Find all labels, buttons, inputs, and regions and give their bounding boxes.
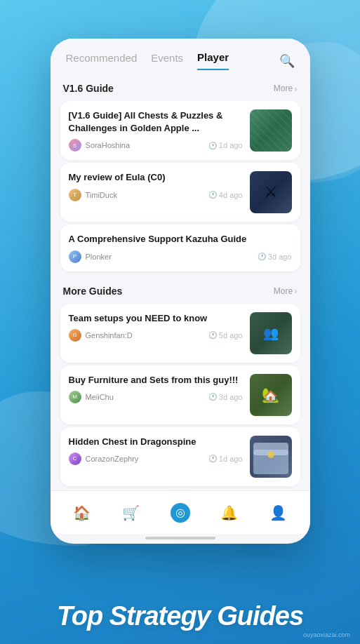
nav-item-feed[interactable]: ◎	[164, 500, 197, 525]
home-icon: 🏠	[72, 503, 92, 523]
nav-item-profile[interactable]: 👤	[262, 500, 295, 525]
store-icon: 🛒	[121, 503, 141, 523]
time-6: 1d ago	[219, 455, 243, 463]
article-info-5: Buy Furniture and Sets from this guy!!! …	[69, 374, 243, 403]
time-group-6: 🕐 1d ago	[208, 455, 243, 463]
more-label-more: More	[274, 286, 293, 296]
article-title-5: Buy Furniture and Sets from this guy!!!	[69, 374, 243, 387]
time-group-4: 🕐 5d ago	[208, 331, 243, 340]
article-title-4: Team setups you NEED to know	[69, 312, 243, 325]
bottom-nav: 🏠 🛒 ◎ 🔔 👤	[51, 490, 310, 534]
article-info-3: A Comprehensive Support Kazuha Guide P P…	[69, 233, 292, 262]
nav-item-home[interactable]: 🏠	[65, 500, 99, 525]
more-label-v16: More	[274, 83, 293, 93]
bottom-tagline: Top Strategy Guides	[0, 601, 360, 631]
author-1: SoraHoshina	[86, 141, 131, 149]
chevron-icon-v16: ›	[294, 83, 297, 94]
article-thumb-1	[250, 109, 292, 152]
avatar-1: S	[69, 139, 81, 152]
article-title-6: Hidden Chest in Dragonspine	[69, 436, 243, 448]
tab-events[interactable]: Events	[151, 52, 183, 69]
article-card-6[interactable]: Hidden Chest in Dragonspine C CorazonZep…	[60, 427, 300, 486]
clock-icon-2: 🕐	[208, 191, 217, 199]
avatar-6: C	[69, 452, 81, 465]
article-meta-5: M MeiiChu 🕐 3d ago	[69, 391, 243, 403]
clock-icon-3: 🕐	[258, 253, 266, 260]
tab-player[interactable]: Player	[197, 51, 229, 70]
section-more-v16[interactable]: More ›	[274, 83, 298, 94]
search-icon[interactable]: 🔍	[279, 53, 295, 69]
article-card-3[interactable]: A Comprehensive Support Kazuha Guide P P…	[60, 224, 300, 271]
clock-icon-1: 🕐	[208, 142, 217, 149]
article-thumb-4	[250, 312, 292, 354]
article-title-1: [V1.6 Guide] All Chests & Puzzles & Chal…	[69, 109, 243, 135]
author-3: Plonker	[86, 253, 112, 261]
article-info-6: Hidden Chest in Dragonspine C CorazonZep…	[69, 436, 243, 465]
profile-icon: 👤	[269, 503, 288, 523]
article-meta-1: S SoraHoshina 🕐 1d ago	[69, 139, 243, 152]
article-info-4: Team setups you NEED to know G Genshinfa…	[69, 312, 243, 342]
time-group-5: 🕐 3d ago	[208, 393, 243, 401]
article-card-5[interactable]: Buy Furniture and Sets from this guy!!! …	[60, 365, 300, 424]
article-info-1: [V1.6 Guide] All Chests & Puzzles & Chal…	[69, 109, 243, 152]
time-group-3: 🕐 3d ago	[258, 253, 292, 261]
nav-tabs: Recommended Events Player 🔍	[51, 39, 310, 70]
article-info-2: My review of Eula (C0) T TimiDuck 🕐 4d a…	[69, 171, 243, 201]
avatar-4: G	[69, 329, 81, 342]
article-meta-3: P Plonker 🕐 3d ago	[69, 250, 292, 263]
article-meta-6: C CorazonZephry 🕐 1d ago	[69, 452, 243, 465]
bottom-indicator	[145, 537, 215, 539]
content-area: V1.6 Guide More › [V1.6 Guide] All Chest…	[51, 70, 310, 490]
avatar-2: T	[69, 189, 81, 201]
author-5: MeiiChu	[86, 393, 114, 401]
clock-icon-6: 🕐	[208, 455, 217, 462]
article-title-3: A Comprehensive Support Kazuha Guide	[69, 233, 292, 246]
author-6: CorazonZephry	[86, 455, 139, 463]
time-5: 3d ago	[219, 393, 243, 401]
section-header-more: More Guides More ›	[51, 280, 310, 301]
article-title-2: My review of Eula (C0)	[69, 171, 243, 184]
nav-item-store[interactable]: 🛒	[114, 500, 148, 525]
avatar-5: M	[69, 391, 81, 403]
article-meta-2: T TimiDuck 🕐 4d ago	[69, 189, 243, 201]
time-group-2: 🕐 4d ago	[208, 191, 243, 199]
article-card-1[interactable]: [V1.6 Guide] All Chests & Puzzles & Chal…	[60, 101, 300, 160]
tab-recommended[interactable]: Recommended	[66, 52, 138, 69]
article-meta-4: G Genshinfan:D 🕐 5d ago	[69, 329, 243, 342]
notifications-icon: 🔔	[220, 503, 239, 523]
section-title-more: More Guides	[63, 286, 123, 297]
section-divider	[51, 274, 310, 280]
article-thumb-5	[250, 374, 292, 416]
avatar-3: P	[69, 250, 81, 263]
author-2: TimiDuck	[86, 191, 117, 199]
phone-frame: Recommended Events Player 🔍 V1.6 Guide M…	[51, 39, 310, 544]
article-card-4[interactable]: Team setups you NEED to know G Genshinfa…	[60, 304, 300, 363]
author-4: Genshinfan:D	[86, 331, 133, 340]
article-thumb-6	[250, 436, 292, 478]
time-2: 4d ago	[219, 191, 243, 199]
chevron-icon-more: ›	[294, 286, 297, 296]
time-group-1: 🕐 1d ago	[208, 141, 243, 149]
clock-icon-5: 🕐	[208, 393, 217, 401]
clock-icon-4: 🕐	[208, 331, 217, 339]
article-card-2[interactable]: My review of Eula (C0) T TimiDuck 🕐 4d a…	[60, 163, 300, 222]
feed-icon: ◎	[171, 503, 190, 523]
time-1: 1d ago	[219, 141, 243, 149]
section-header-v16: V1.6 Guide More ›	[51, 77, 310, 98]
section-title-v16: V1.6 Guide	[63, 83, 114, 94]
watermark: ouyaoxiazai.com	[303, 631, 350, 638]
article-thumb-2	[250, 171, 292, 213]
section-more-more[interactable]: More ›	[274, 286, 298, 296]
nav-item-notifications[interactable]: 🔔	[213, 500, 246, 525]
time-3: 3d ago	[268, 253, 292, 261]
time-4: 5d ago	[219, 331, 243, 340]
